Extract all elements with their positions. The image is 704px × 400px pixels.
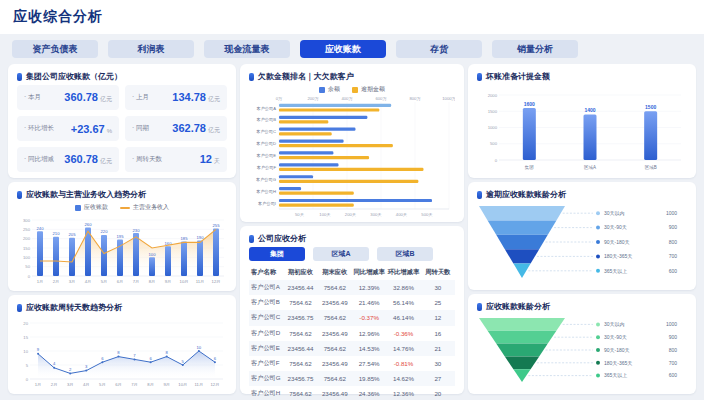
svg-text:365天以上: 365天以上 [604, 372, 627, 378]
svg-text:20: 20 [23, 321, 28, 326]
legend-label: 主营业务收入 [133, 203, 169, 212]
kpi-label: · 同比增减 [24, 155, 54, 164]
panel-bullet-icon [17, 304, 22, 312]
kpi-label: · 上月 [132, 93, 149, 102]
svg-text:区域A: 区域A [584, 164, 596, 170]
table-cell: 12.39% [352, 280, 386, 295]
kpi-card: · 环比增长+23.67% [17, 116, 119, 141]
panel-title: 公司应收分析 [249, 233, 455, 244]
svg-text:7: 7 [133, 353, 136, 358]
svg-text:2000: 2000 [488, 93, 498, 98]
svg-text:10月: 10月 [178, 382, 187, 387]
svg-text:1000万: 1000万 [442, 96, 455, 101]
panel-title: 应收账款与主营业务收入趋势分析 [17, 189, 227, 200]
table-tab-区域A[interactable]: 区域A [313, 247, 369, 261]
table-cell: 32.86% [386, 280, 420, 295]
svg-text:220: 220 [101, 229, 109, 234]
svg-text:区域B: 区域B [645, 164, 657, 170]
table-tab-区域B[interactable]: 区域B [377, 247, 433, 261]
kpi-label: · 同期 [132, 124, 149, 133]
svg-text:50: 50 [25, 264, 30, 269]
svg-text:0万: 0万 [276, 96, 283, 101]
svg-text:3月: 3月 [69, 279, 76, 284]
table-cell: 7564.62 [318, 310, 352, 325]
svg-text:30天以内: 30天以内 [604, 321, 625, 327]
svg-text:6: 6 [101, 356, 104, 361]
kpi-label: · 本月 [24, 93, 41, 102]
svg-text:180天-365天: 180天-365天 [604, 253, 632, 259]
svg-text:200万: 200万 [307, 96, 319, 101]
kpi-unit: 亿元 [100, 157, 112, 166]
panel-title-text: 集团公司应收账款（亿元） [26, 71, 122, 82]
panel-bullet-icon [249, 235, 254, 243]
column-header: 环比增减率 [386, 265, 420, 280]
tab-存货[interactable]: 存货 [396, 40, 482, 58]
table-cell: 14.53% [352, 341, 386, 356]
table-cell: 23456.49 [318, 386, 352, 400]
svg-text:800: 800 [669, 239, 678, 245]
legend-label: 应收账款 [84, 203, 108, 212]
table-cell: 24.36% [352, 386, 386, 400]
panel-bullet-icon [477, 73, 482, 81]
table-cell: 12.96% [352, 326, 386, 341]
legend-item: 应收账款 [75, 203, 108, 212]
legend-item: 主营业务收入 [120, 203, 169, 212]
table-cell: 56.14% [386, 295, 420, 310]
table-cell: 23456.49 [318, 326, 352, 341]
table-row: 客户公司D7564.6223456.4912.96%-0.36%16 [249, 326, 455, 341]
table-cell: 客户公司B [249, 295, 283, 310]
kpi-unit: 亿元 [208, 95, 220, 104]
column-header: 同比增减率 [352, 265, 386, 280]
svg-text:800: 800 [669, 347, 678, 353]
svg-text:9: 9 [37, 347, 40, 352]
svg-text:900: 900 [669, 334, 678, 340]
svg-text:客户公司I: 客户公司I [258, 201, 276, 206]
panel-revenue-trend: 应收账款与主营业务收入趋势分析 应收账款 主营业务收入 050100150200… [8, 182, 236, 291]
column-header: 期初应收 [283, 265, 317, 280]
table-row: 客户公司B7564.6223456.4921.46%56.14%25 [249, 295, 455, 310]
aging-funnel: 30天以内100030天-90天90090天-180天800180天-365天7… [477, 315, 687, 385]
kpi-card: · 上月134.78亿元 [125, 85, 227, 110]
panel-bullet-icon [477, 303, 482, 311]
kpi-unit: % [107, 128, 112, 134]
tab-应收账款[interactable]: 应收账款 [300, 40, 386, 58]
table-cell: 23456.75 [283, 371, 317, 386]
page-title: 应收综合分析 [13, 8, 103, 26]
svg-text:90天-180天: 90天-180天 [604, 239, 630, 245]
svg-text:1月: 1月 [37, 279, 44, 284]
table-cell: 7564.62 [318, 341, 352, 356]
kpi-card: · 周转天数12天 [125, 147, 227, 172]
revenue-trend-chart: 0501001502002503002402102052602201952301… [17, 213, 227, 285]
tab-现金流量表[interactable]: 现金流量表 [204, 40, 290, 58]
svg-text:260: 260 [85, 222, 93, 227]
svg-text:205: 205 [69, 232, 77, 237]
trend-legend: 应收账款 主营业务收入 [17, 203, 227, 212]
svg-text:6月: 6月 [117, 279, 124, 284]
table-row: 客户公司C23456.757564.62-0.37%46.14%12 [249, 310, 455, 325]
column-header: 周转天数 [421, 265, 455, 280]
table-cell: 21.46% [352, 295, 386, 310]
panel-title-text: 坏账准备计提金额 [486, 71, 550, 82]
panel-aging: 应收账款账龄分析 30天以内100030天-90天90090天-180天8001… [468, 294, 696, 394]
tab-销量分析[interactable]: 销量分析 [492, 40, 578, 58]
svg-text:10: 10 [23, 349, 28, 354]
kpi-unit: 天 [214, 157, 220, 166]
table-cell: 19.85% [352, 371, 386, 386]
tab-利润表[interactable]: 利润表 [108, 40, 194, 58]
tab-资产负债表[interactable]: 资产负债表 [12, 40, 98, 58]
panel-title-text: 欠款金额排名｜大欠款客户 [258, 71, 354, 82]
panel-title-text: 应收账款与主营业务收入趋势分析 [26, 189, 146, 200]
kpi-unit: 亿元 [100, 95, 112, 104]
line-swatch-icon [120, 207, 130, 209]
svg-text:300天: 300天 [370, 212, 382, 217]
table-tab-集团[interactable]: 集团 [249, 247, 305, 261]
table-cell: 7564.62 [318, 280, 352, 295]
svg-text:500天: 500天 [421, 212, 433, 217]
svg-text:6: 6 [214, 356, 217, 361]
svg-text:5月: 5月 [99, 382, 106, 387]
svg-text:客户公司C: 客户公司C [256, 129, 276, 134]
svg-text:100天: 100天 [319, 212, 331, 217]
svg-text:365天以上: 365天以上 [604, 268, 627, 274]
table-head: 客户名称期初应收期末应收同比增减率环比增减率周转天数 [249, 265, 455, 280]
svg-text:700: 700 [669, 253, 678, 259]
